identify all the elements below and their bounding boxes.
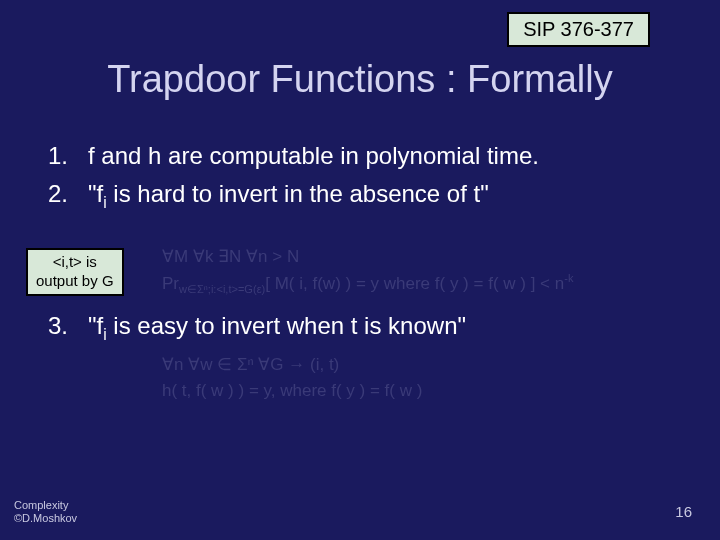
text-fragment: "f	[88, 180, 103, 207]
formula-block-2: ∀n ∀w ∈ Σⁿ ∀G → (i, t) h( t, f( w ) ) = …	[162, 352, 422, 403]
item-number: 3.	[48, 312, 88, 344]
list-item: 1. f and h are computable in polynomial …	[48, 140, 680, 172]
item-text: "fi is easy to invert when t is known"	[88, 312, 680, 344]
note-box: <i,t> is output by G	[26, 248, 124, 296]
item-number: 1.	[48, 140, 88, 172]
text-fragment: "f	[88, 312, 103, 339]
text-fragment: Pr	[162, 273, 179, 292]
text-fragment: [ M( i, f(w) ) = y where f( y ) = f( w )…	[265, 273, 564, 292]
content-area: 1. f and h are computable in polynomial …	[48, 140, 680, 219]
footer-line: ©D.Moshkov	[14, 512, 77, 526]
note-line: <i,t> is	[36, 253, 114, 272]
superscript: -k	[564, 272, 573, 284]
formula-line: h( t, f( w ) ) = y, where f( y ) = f( w …	[162, 378, 422, 404]
page-number: 16	[675, 503, 692, 520]
slide-title: Trapdoor Functions : Formally	[0, 58, 720, 101]
reference-text: SIP 376-377	[523, 18, 634, 40]
item-text: "fi is hard to invert in the absence of …	[88, 178, 680, 213]
reference-box: SIP 376-377	[507, 12, 650, 47]
formula-line: Prw∈Σⁿ;i:<i,t>=G(ε)[ M( i, f(w) ) = y wh…	[162, 270, 573, 298]
formula-line: ∀M ∀k ∃N ∀n > N	[162, 244, 573, 270]
text-fragment: is easy to invert when t is known"	[107, 312, 466, 339]
list-item: 3. "fi is easy to invert when t is known…	[48, 312, 680, 344]
item-text: f and h are computable in polynomial tim…	[88, 140, 680, 172]
formula-line: ∀n ∀w ∈ Σⁿ ∀G → (i, t)	[162, 352, 422, 378]
text-fragment: is hard to invert in the absence of t"	[107, 180, 489, 207]
item-number: 2.	[48, 178, 88, 213]
subscript: w∈Σⁿ;i:<i,t>=G(ε)	[179, 283, 265, 295]
list-item: 2. "fi is hard to invert in the absence …	[48, 178, 680, 213]
note-line: output by G	[36, 272, 114, 291]
formula-block-1: ∀M ∀k ∃N ∀n > N Prw∈Σⁿ;i:<i,t>=G(ε)[ M( …	[162, 244, 573, 297]
footer: Complexity ©D.Moshkov	[14, 499, 77, 527]
footer-line: Complexity	[14, 499, 77, 513]
